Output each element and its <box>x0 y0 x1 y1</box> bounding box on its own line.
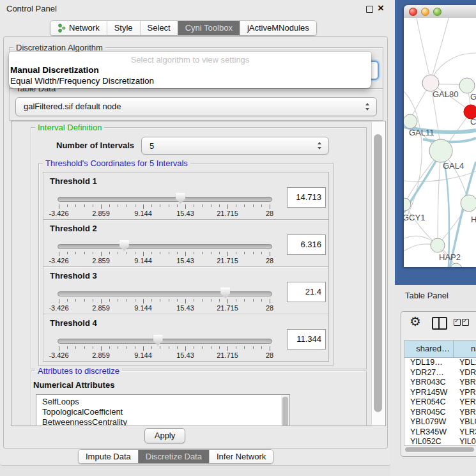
slider-thumb[interactable] <box>119 240 129 251</box>
interval-definition-group: Interval Definition Number of Intervals … <box>31 127 367 369</box>
tab-network[interactable]: Network <box>50 21 107 35</box>
table-data-combobox[interactable]: galFiltered.sif default node <box>15 97 377 116</box>
slider-track[interactable] <box>58 197 272 202</box>
node-hap2[interactable] <box>431 238 445 252</box>
column-header-shared-name[interactable]: shared… <box>404 341 454 357</box>
threshold-value-field[interactable]: 6.316 <box>287 234 326 255</box>
tab-jactivemnodules[interactable]: jActiveMNodules <box>240 21 316 35</box>
node-attribute-table: shared… na YDL19…YDL1 YDR27…YDR2 YBR043C… <box>404 340 476 447</box>
split-view-icon[interactable] <box>432 317 447 330</box>
tick-label: 28 <box>266 210 273 217</box>
network-window-titlebar[interactable] <box>404 5 476 19</box>
node-gcy1[interactable] <box>404 198 411 211</box>
tick-label: 15.43 <box>176 351 194 359</box>
panel-title: Control Panel <box>6 4 57 13</box>
tick-label: 21.715 <box>217 257 238 265</box>
table-row[interactable]: YDL19…YDL1 <box>404 358 476 368</box>
tick-label: -3.426 <box>49 257 68 265</box>
network-desktop: GAL80 GA C GAL11 GAL4 GCY1 H HAP2 <box>395 0 476 285</box>
number-of-intervals-combobox[interactable]: 5 <box>141 137 329 155</box>
network-view-window[interactable]: GAL80 GA C GAL11 GAL4 GCY1 H HAP2 <box>404 5 476 267</box>
apply-button[interactable]: Apply <box>144 428 185 443</box>
tab-discretize-data[interactable]: Discretize Data <box>138 450 209 463</box>
table-row[interactable]: YBR043CYBR0 <box>404 378 476 388</box>
tab-infer-network[interactable]: Infer Network <box>209 450 273 463</box>
cell: YDL1 <box>454 358 476 368</box>
numerical-attributes-list[interactable]: SelfLoops TopologicalCoefficient Between… <box>36 394 290 426</box>
slider-major-ticks <box>59 252 270 256</box>
tab-label: Discretize Data <box>146 450 202 463</box>
threshold-4-slider[interactable]: -3.426 2.859 9.144 15.43 21.715 28 <box>59 334 270 360</box>
table-panel: Table Panel ⚙ shared… na YDL19…YDL1 YDR2… <box>390 285 476 476</box>
table-header-row: shared… na <box>404 341 476 358</box>
cyni-toolbox-panel: Discretization Algorithm Select algorith… <box>3 36 388 449</box>
minimize-traffic-light[interactable] <box>421 8 429 16</box>
list-item[interactable]: TopologicalCoefficient <box>36 407 289 417</box>
table-row[interactable]: YBR045CYBR0 <box>404 408 476 418</box>
slider-track[interactable] <box>58 244 272 249</box>
tab-label: Infer Network <box>217 450 266 463</box>
scrollbar-thumb[interactable] <box>374 134 382 412</box>
threshold-1-slider[interactable]: -3.426 2.859 9.144 15.43 21.715 28 <box>59 192 270 219</box>
select-columns-icon[interactable] <box>454 319 469 326</box>
table-row[interactable]: YBL079WYBL0 <box>404 417 476 427</box>
network-icon <box>58 24 66 33</box>
node[interactable] <box>459 78 475 93</box>
list-item[interactable]: BetweennessCentrality <box>36 417 289 426</box>
threshold-3-slider[interactable]: -3.426 2.859 9.144 15.43 21.715 28 <box>59 286 270 313</box>
threshold-value-field[interactable]: 14.713 <box>287 187 326 208</box>
tab-style[interactable]: Style <box>107 21 140 35</box>
slider-thumb[interactable] <box>153 335 163 346</box>
table-row[interactable]: YLR345WYLR3 <box>404 427 476 438</box>
scrollbar-thumb[interactable] <box>405 447 474 452</box>
zoom-traffic-light[interactable] <box>433 8 441 16</box>
table-row[interactable]: YER054CYER0 <box>404 397 476 408</box>
slider-track[interactable] <box>58 291 272 296</box>
slider-major-ticks <box>59 299 270 303</box>
spinner-arrows-icon <box>365 103 370 111</box>
dropdown-option-equal-width[interactable]: Equal Width/Frequency Discretization <box>10 76 154 86</box>
node-gal11[interactable] <box>404 114 417 128</box>
tick-label: 21.715 <box>217 351 238 359</box>
table-row[interactable]: YPR145WYPR1 <box>404 388 476 398</box>
float-window-icon[interactable] <box>366 6 373 13</box>
close-icon[interactable]: × <box>378 2 384 15</box>
control-panel-titlebar: Control Panel × <box>0 0 390 18</box>
column-header-name[interactable]: na <box>454 341 476 357</box>
cell: YPR145W <box>404 388 454 398</box>
tab-label: Cyni Toolbox <box>185 21 233 35</box>
threshold-2-slider[interactable]: -3.426 2.859 9.144 15.43 21.715 28 <box>59 239 270 266</box>
network-canvas[interactable]: GAL80 GA C GAL11 GAL4 GCY1 H HAP2 <box>404 18 476 267</box>
tick-label: 21.715 <box>217 210 238 217</box>
threshold-value-field[interactable]: 11.344 <box>287 329 326 349</box>
slider-thumb[interactable] <box>176 193 185 204</box>
tick-label: -3.426 <box>49 304 68 312</box>
list-scrollbar[interactable] <box>281 395 289 426</box>
number-of-intervals-label: Number of Intervals <box>56 141 134 150</box>
group-title: Threshold's Coordinates for 5 Intervals <box>43 158 190 168</box>
tick-label: -3.426 <box>49 210 68 217</box>
tick-label: 2.859 <box>92 304 110 312</box>
threshold-3-panel: Threshold 3 -3.426 2.859 9.144 15.43 <box>43 266 329 314</box>
table-row[interactable]: YDR27…YDR2 <box>404 368 476 378</box>
tab-label: Network <box>69 21 100 35</box>
gear-icon[interactable]: ⚙ <box>410 314 421 329</box>
table-horizontal-scrollbar[interactable] <box>404 445 476 453</box>
dropdown-option-manual[interactable]: Manual Discretization <box>10 65 99 75</box>
node[interactable] <box>461 195 476 211</box>
settings-scrollbar[interactable] <box>371 121 385 426</box>
top-tab-bar: Network Style Select Cyni Toolbox jActiv… <box>50 20 317 36</box>
cell: YDR27… <box>404 368 454 378</box>
tab-impute-data[interactable]: Impute Data <box>79 450 138 463</box>
checkbox-icon <box>454 319 461 326</box>
node-gal4[interactable] <box>429 139 452 162</box>
slider-thumb[interactable] <box>220 288 230 298</box>
close-traffic-light[interactable] <box>409 8 417 16</box>
threshold-value-field[interactable]: 21.4 <box>287 282 326 302</box>
tab-cyni-toolbox[interactable]: Cyni Toolbox <box>178 21 240 35</box>
tab-select[interactable]: Select <box>140 21 178 35</box>
list-item[interactable]: SelfLoops <box>36 397 289 407</box>
algorithm-dropdown-popup: Select algorithm to view settings Manual… <box>9 52 371 88</box>
slider-track[interactable] <box>58 339 272 344</box>
node-label: GAL4 <box>443 161 464 171</box>
